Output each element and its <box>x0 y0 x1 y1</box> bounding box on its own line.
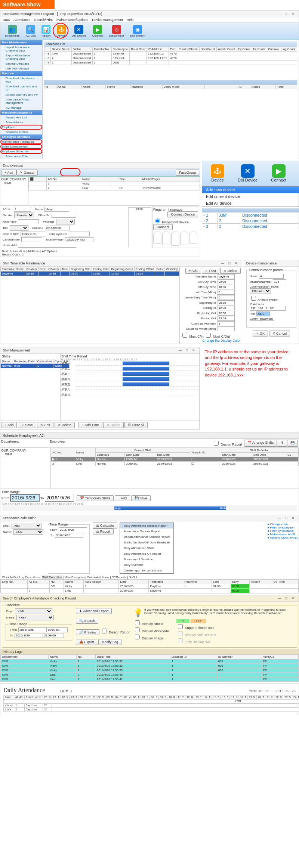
calc-dep[interactable]: XIMI <box>12 523 41 528</box>
aclog-button[interactable]: 🔍AC Log <box>23 24 39 38</box>
dm-pwd[interactable] <box>250 320 274 325</box>
big-deldevice-btn[interactable]: ✕Del Device <box>231 163 264 184</box>
disconnect-button[interactable]: ⦸Disconnect <box>106 24 127 38</box>
f-empno[interactable] <box>69 232 90 236</box>
sched-add-btn[interactable]: + Add <box>115 495 130 501</box>
menu-edit-device[interactable]: Edit current device <box>202 193 299 200</box>
tree-child2[interactable]: XIMI <box>1 452 50 456</box>
report-menu-item[interactable]: Depart Attendance Statistic Report <box>120 534 173 540</box>
link-filtertt[interactable]: ● Filter by timetable <box>268 529 294 533</box>
emp-add-btn[interactable]: + Add <box>1 170 16 176</box>
shift-row[interactable]: Normal9/261Week <box>1 364 70 368</box>
report-menu-item[interactable]: Summary of Overtime <box>120 557 173 562</box>
report-button[interactable]: 📊Report <box>38 24 53 38</box>
change-color-link[interactable]: Change the Display Color <box>202 339 241 342</box>
window-controls[interactable]: —□✕ <box>276 12 296 16</box>
big-device-btn[interactable]: 🕹Device <box>204 163 231 184</box>
must-cin[interactable] <box>182 333 187 338</box>
menu-edit-all[interactable]: Edit All device <box>202 200 299 207</box>
device-row[interactable]: ◦ 1XIMIDisconnected <box>202 213 299 218</box>
search-to-d[interactable] <box>15 633 43 638</box>
sidebar-export[interactable]: Export Attendance Checking Data <box>0 53 42 61</box>
f-name[interactable] <box>44 207 69 212</box>
search-dep[interactable]: XIMI <box>15 608 52 614</box>
link-append[interactable]: ● Append Clock In/Out <box>268 536 298 539</box>
dm-port[interactable] <box>256 311 270 316</box>
must-cout[interactable] <box>206 333 211 338</box>
sched-from[interactable] <box>10 494 40 502</box>
calc-row[interactable]: 001Vicky12016/9/26Daytime101:0000:34 <box>1 584 299 589</box>
tree-root[interactable]: OUR COMPANY <box>1 177 27 181</box>
sm-save[interactable]: ✓ Save <box>18 422 36 428</box>
calc-row[interactable]: 2Lina2016/9/26Daytime00:36 <box>1 589 299 593</box>
f-priv[interactable] <box>56 219 75 224</box>
report-menu-item[interactable]: Create report for current grid <box>120 568 173 573</box>
link-filterexc[interactable]: ● Filter by exception <box>268 526 295 529</box>
search-name[interactable]: <All> <box>16 615 54 620</box>
dm-mode[interactable]: Ethernet <box>250 288 271 294</box>
fp-device-radio[interactable] <box>155 218 160 223</box>
export-btn[interactable]: 📤 Export <box>76 639 98 645</box>
deldevice-button[interactable]: ✕Del Device <box>69 24 89 38</box>
sidebar-admin[interactable]: Administrator <box>0 120 42 125</box>
log-row[interactable]: XIMILina22016/9/26 17:56:401FP <box>1 672 299 677</box>
search-to-t[interactable] <box>43 633 64 638</box>
search-btn[interactable]: 🔍 Search <box>76 618 98 624</box>
sched-save-btn[interactable]: 💾 Save <box>131 495 151 501</box>
f-acno[interactable] <box>14 207 31 212</box>
sidebar-dept[interactable]: Department List <box>0 115 42 120</box>
sidebar-acmanage[interactable]: AC Manage <box>0 105 42 110</box>
sm-add[interactable]: + Add <box>1 422 17 428</box>
sm-delete[interactable]: ✕ Delete <box>55 422 75 428</box>
menu-add-device[interactable]: Add new device <box>202 186 299 193</box>
disp-status[interactable] <box>135 620 140 625</box>
design-cb2[interactable] <box>102 629 107 633</box>
search-from-t[interactable] <box>47 627 68 632</box>
f-enrolled[interactable] <box>45 226 70 230</box>
emp-facegroup-btn[interactable]: FaceGroup <box>176 170 199 176</box>
big-connect-btn[interactable]: ▶Connect <box>264 163 293 184</box>
print-btn[interactable]: 🖨 <box>277 440 287 447</box>
adv-export-btn[interactable]: ⬇ Advanced Export <box>76 608 112 614</box>
machine-row[interactable]: ◦ 22Disconnected1Ethernet192.168.1.20143… <box>44 56 297 61</box>
link-maint[interactable]: ● Maintenance AL/BL <box>268 533 296 536</box>
tt-delete-btn[interactable]: ✕ Delete <box>220 268 241 274</box>
calculate-btn[interactable]: ☰ Calculate <box>93 523 117 528</box>
tt-post-btn[interactable]: ✓ Post <box>202 268 219 274</box>
disp-image[interactable] <box>135 635 140 639</box>
report-menu-item[interactable]: Daily Attendance Statistic Report <box>120 523 173 528</box>
sched-to[interactable] <box>45 494 74 502</box>
f-nat[interactable] <box>18 219 39 224</box>
log-row[interactable]: XIMIVicky12016/9/26 17:56:351001FP <box>1 668 299 672</box>
sidebar-shifts[interactable]: Shifts Management <box>0 144 42 149</box>
calc-name[interactable]: <All> <box>13 529 43 535</box>
calc-to[interactable] <box>55 533 83 538</box>
sm-clear[interactable]: ☒ Clear All <box>124 422 148 428</box>
sidebar-usb[interactable]: Usb Disk Manage <box>0 66 42 71</box>
connect-btn2[interactable]: Connect <box>153 224 173 230</box>
log-row[interactable]: XIMIVicky12016/9/26 17:56:331001FP <box>1 663 299 668</box>
device-row[interactable]: ◦ 22Disconnected <box>202 218 299 224</box>
sidebar-attrule[interactable]: Attendance Rule <box>0 154 42 159</box>
simple-calc[interactable] <box>178 624 183 629</box>
sm-edit[interactable]: ✎ Edit <box>37 422 53 428</box>
connect-device-btn[interactable]: Connect Device <box>167 211 198 217</box>
emp-row[interactable]: 1Vicky <box>29 182 200 186</box>
modify-btn[interactable]: Modify Log <box>98 639 121 645</box>
sidebar-timetables[interactable]: Maintenance Timetables <box>0 139 42 144</box>
sched-row[interactable]: ▶ 1VickyNormal2000/1/12999/12/31☐2016/9/… <box>51 457 299 462</box>
dm-ip[interactable] <box>250 306 286 311</box>
tree-root2[interactable]: OUR COMPANY <box>1 449 50 452</box>
sidebar-dl-user[interactable]: Download user info and FP <box>0 84 42 92</box>
employees-button[interactable]: 👥Employees <box>2 24 23 38</box>
primary-logs-tab[interactable]: Primary Logs <box>0 649 299 654</box>
report-btn[interactable]: ☰ Report <box>93 528 114 534</box>
splitter[interactable] <box>44 80 297 84</box>
report-menu-item[interactable]: Daily Overtime <box>120 562 173 568</box>
exit-button[interactable]: ◉Exit system <box>127 24 148 38</box>
dm-ok-btn[interactable]: ✓ OK <box>253 331 268 337</box>
f-mobile[interactable] <box>65 237 93 242</box>
sidebar-import[interactable]: Import Attendance Checking Data <box>0 45 42 53</box>
f-card[interactable] <box>21 237 42 242</box>
save-file-btn[interactable]: 💾 <box>287 440 298 447</box>
